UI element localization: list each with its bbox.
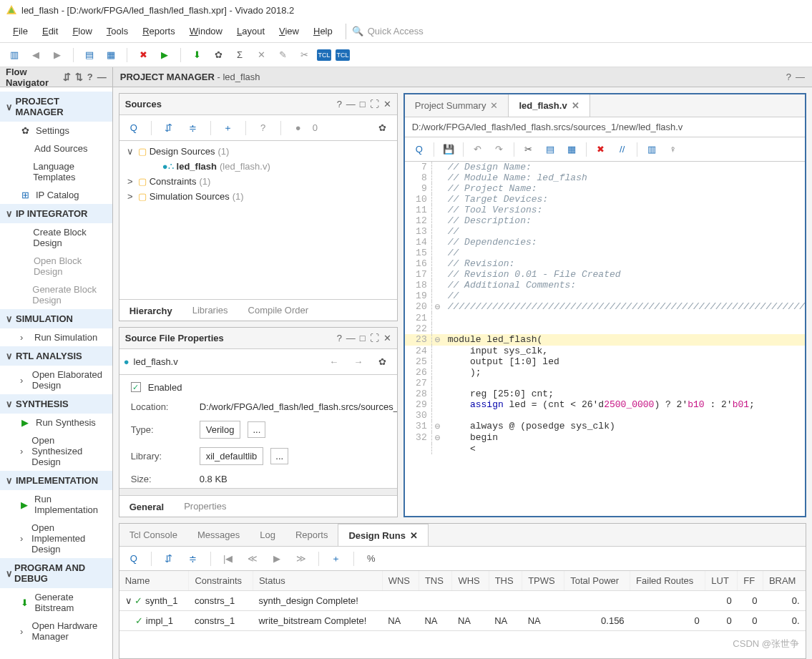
section-rtl-analysis[interactable]: ∨RTL ANALYSIS	[0, 346, 112, 366]
sources-tab-libraries[interactable]: Libraries	[182, 300, 238, 321]
expand-all-icon[interactable]: ≑	[183, 119, 203, 137]
search-icon[interactable]: Q	[409, 141, 429, 158]
col-constraints[interactable]: Constraints	[189, 571, 253, 591]
undo-icon[interactable]: ↶	[468, 141, 488, 158]
save-icon[interactable]: 💾	[439, 141, 459, 158]
sigma-icon[interactable]: Σ	[231, 47, 248, 64]
menu-window[interactable]: Window	[182, 23, 230, 39]
maximize-icon[interactable]: ⛶	[370, 333, 379, 343]
flow-item-create-block-design[interactable]: Create Block Design	[0, 223, 112, 252]
next-icon[interactable]: ≫	[291, 550, 311, 567]
menu-view[interactable]: View	[272, 23, 306, 39]
col-whs[interactable]: WHS	[452, 571, 489, 591]
menu-help[interactable]: Help	[306, 23, 340, 39]
sfp-tab-general[interactable]: General	[119, 496, 174, 517]
col-tns[interactable]: TNS	[419, 571, 452, 591]
help-icon[interactable]: ?	[337, 333, 342, 343]
next-icon[interactable]: →	[348, 353, 368, 370]
columns-icon[interactable]: ▥	[642, 141, 662, 158]
menu-tools[interactable]: Tools	[99, 23, 135, 39]
hint-icon[interactable]: ♀	[663, 141, 683, 158]
bottom-tab-tcl-console[interactable]: Tcl Console	[119, 524, 187, 546]
expand-icon[interactable]: ⇅	[75, 72, 83, 82]
close-icon[interactable]: ✕	[383, 333, 391, 343]
tree-row[interactable]: >▢ Constraints (1)	[124, 174, 393, 189]
first-icon[interactable]: |◀	[218, 550, 238, 567]
flow-item-generate-block-design[interactable]: Generate Block Design	[0, 280, 112, 309]
prev-icon[interactable]: ≪	[243, 550, 263, 567]
flow-item-add-sources[interactable]: Add Sources	[0, 140, 112, 157]
sources-tab-compile-order[interactable]: Compile Order	[238, 300, 319, 321]
help-icon[interactable]: ?	[786, 72, 791, 82]
menu-layout[interactable]: Layout	[230, 23, 272, 39]
type-browse-button[interactable]: ...	[248, 421, 265, 438]
col-name[interactable]: Name	[119, 571, 189, 591]
flow-item-language-templates[interactable]: Language Templates	[0, 157, 112, 186]
gear-icon[interactable]: ✿	[373, 119, 393, 137]
collapse-all-icon[interactable]: ⇵	[159, 119, 179, 137]
back-icon[interactable]: ◀	[27, 47, 44, 64]
menu-reports[interactable]: Reports	[135, 23, 182, 39]
collapse-icon[interactable]: ⇵	[159, 550, 179, 567]
editor-tab[interactable]: Project Summary✕	[405, 94, 509, 117]
sfp-tab-properties[interactable]: Properties	[174, 496, 236, 517]
section-simulation[interactable]: ∨SIMULATION	[0, 309, 112, 328]
ruler2-icon[interactable]: ✎	[274, 47, 291, 64]
tcl1-icon[interactable]: TCL	[317, 49, 331, 61]
enabled-checkbox[interactable]: ✓	[131, 382, 141, 392]
quick-access[interactable]: 🔍 Quick Access	[352, 26, 424, 36]
sources-tab-hierarchy[interactable]: Hierarchy	[119, 300, 182, 321]
h-scrollbar[interactable]	[119, 488, 397, 495]
cut-icon[interactable]: ✂	[519, 141, 539, 158]
prev-icon[interactable]: ←	[324, 353, 344, 370]
bottom-tab-messages[interactable]: Messages	[187, 524, 250, 546]
menu-edit[interactable]: Edit	[35, 23, 65, 39]
library-browse-button[interactable]: ...	[270, 448, 288, 464]
add-icon[interactable]: ＋	[326, 550, 346, 567]
restore-icon[interactable]: □	[360, 333, 366, 343]
flow-item-run-synthesis[interactable]: ▶Run Synthesis	[0, 414, 112, 431]
type-value[interactable]: Verilog	[200, 421, 241, 439]
flow-item-open-synthesized-design[interactable]: ›Open Synthesized Design	[0, 431, 112, 471]
close-icon[interactable]: ✕	[383, 99, 391, 109]
flow-item-open-block-design[interactable]: Open Block Design	[0, 252, 112, 280]
ruler3-icon[interactable]: ✂	[295, 47, 313, 64]
section-ip-integrator[interactable]: ∨IP INTEGRATOR	[0, 204, 112, 223]
delete-icon[interactable]: ✖	[591, 141, 611, 158]
bottom-tab-design-runs[interactable]: Design Runs ✕	[338, 524, 428, 546]
tree-row[interactable]: ∨▢ Design Sources (1)	[124, 144, 393, 159]
section-program-and-debug[interactable]: ∨PROGRAM AND DEBUG	[0, 558, 112, 588]
collapse-icon[interactable]: ⇵	[63, 72, 71, 82]
help-icon[interactable]: ?	[337, 99, 342, 109]
editor-tab[interactable]: led_flash.v✕	[509, 94, 590, 117]
flow-item-run-simulation[interactable]: ›Run Simulation	[0, 328, 112, 346]
open-icon[interactable]: ▥	[6, 47, 23, 64]
minimize-icon[interactable]: —	[346, 333, 356, 343]
ruler1-icon[interactable]: ✕	[253, 47, 270, 64]
bottom-tab-reports[interactable]: Reports	[285, 524, 338, 546]
flow-item-run-implementation[interactable]: ▶Run Implementation	[0, 490, 112, 519]
tree-row[interactable]: ●∴ led_flash (led_flash.v)	[124, 159, 393, 174]
play-icon[interactable]: ▶	[267, 550, 287, 567]
run-row[interactable]: ✓ impl_1constrs_1write_bitstream Complet…	[119, 611, 806, 631]
col-ths[interactable]: THS	[489, 571, 522, 591]
help-icon[interactable]: ?	[87, 72, 93, 82]
bitstream-icon[interactable]: ⬇	[188, 47, 205, 64]
flow-item-ip-catalog[interactable]: ⊞IP Catalog	[0, 186, 112, 204]
col-status[interactable]: Status	[253, 571, 382, 591]
bottom-tab-log[interactable]: Log	[250, 524, 285, 546]
expand-icon[interactable]: ≑	[183, 550, 203, 567]
close-icon[interactable]: ✕	[410, 530, 418, 541]
percent-icon[interactable]: %	[361, 550, 381, 567]
paste-icon[interactable]: ▦	[562, 141, 582, 158]
gear-icon[interactable]: ✿	[373, 353, 393, 370]
col-tpws[interactable]: TPWS	[522, 571, 564, 591]
add-icon[interactable]: ＋	[218, 119, 238, 137]
settings-icon[interactable]: ✿	[210, 47, 227, 64]
copy-icon[interactable]: ▤	[81, 47, 98, 64]
minimize-icon[interactable]: —	[346, 99, 356, 109]
section-synthesis[interactable]: ∨SYNTHESIS	[0, 394, 112, 414]
close-icon[interactable]: ✕	[490, 100, 498, 111]
close-icon[interactable]: ✕	[572, 100, 579, 111]
flow-item-settings[interactable]: ✿Settings	[0, 122, 112, 140]
